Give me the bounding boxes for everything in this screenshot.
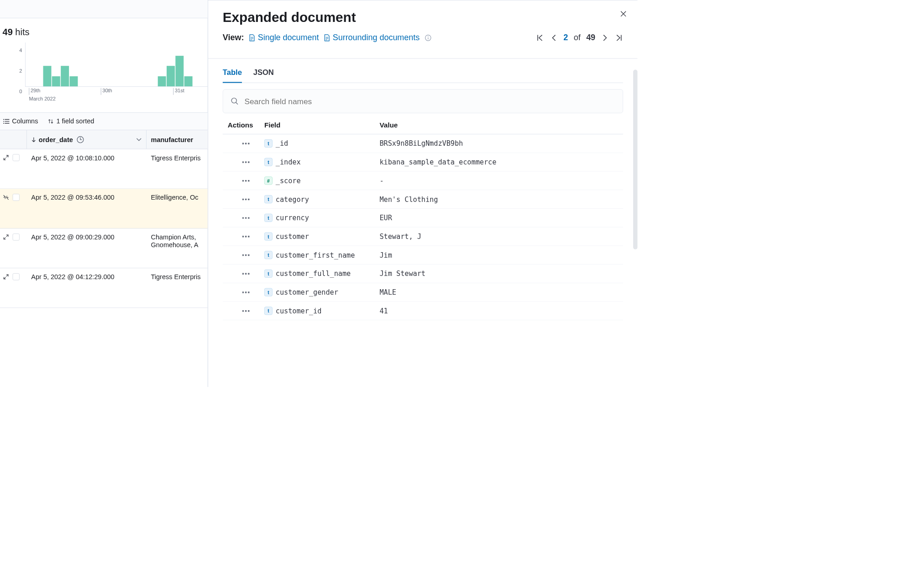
row-checkbox[interactable]	[13, 154, 20, 161]
doc-icon	[249, 34, 255, 42]
svg-rect-25	[245, 273, 247, 275]
cell-manufacturer: Champion Arts, Gnomehouse, A	[147, 228, 208, 268]
field-actions-button[interactable]	[228, 254, 264, 256]
field-actions-button[interactable]	[228, 217, 264, 219]
table-row[interactable]: Apr 5, 2022 @ 04:12:29.000 Tigress Enter…	[0, 268, 208, 308]
field-actions-button[interactable]	[228, 180, 264, 182]
svg-rect-18	[242, 236, 244, 237]
flyout-title: Expanded document	[223, 10, 623, 25]
sort-button[interactable]: 1 field sorted	[47, 117, 94, 125]
first-page-button[interactable]	[536, 33, 544, 42]
field-row: t customer_full_name Jim Stewart	[223, 265, 623, 283]
field-row: t customer Stewart, J	[223, 227, 623, 246]
info-icon[interactable]	[425, 34, 431, 41]
cell-manufacturer: Elitelligence, Oc	[147, 189, 208, 228]
expand-row-icon[interactable]	[3, 273, 10, 280]
grid-header-manufacturer[interactable]: manufacturer	[147, 130, 208, 149]
svg-rect-29	[248, 291, 249, 293]
svg-rect-16	[245, 217, 247, 218]
grid-body: Apr 5, 2022 @ 10:08:10.000 Tigress Enter…	[0, 149, 208, 308]
tab-table[interactable]: Table	[223, 68, 242, 83]
svg-point-2	[231, 98, 236, 103]
chart-bar[interactable]	[69, 76, 78, 86]
cell-manufacturer: Tigress Enterpris	[147, 149, 208, 188]
cell-order-date: Apr 5, 2022 @ 09:53:46.000	[27, 189, 147, 228]
svg-rect-19	[245, 236, 247, 237]
clock-icon	[77, 136, 84, 143]
of-label: of	[574, 33, 581, 42]
field-name: customer_full_name	[276, 270, 351, 277]
field-name: currency	[276, 214, 309, 222]
table-row[interactable]: Apr 5, 2022 @ 09:00:29.000 Champion Arts…	[0, 228, 208, 268]
grid-toolbar: Columns 1 field sorted	[0, 112, 208, 130]
field-actions-button[interactable]	[228, 142, 264, 145]
field-actions-button[interactable]	[228, 272, 264, 275]
table-row[interactable]: Apr 5, 2022 @ 09:53:46.000 Elitelligence…	[0, 189, 208, 228]
surrounding-documents-link[interactable]: Surrounding documents	[324, 33, 420, 42]
svg-rect-31	[245, 310, 247, 312]
chart-bar[interactable]	[61, 66, 69, 86]
svg-rect-24	[242, 273, 244, 275]
field-value: EUR	[379, 214, 618, 222]
field-value: MALE	[379, 288, 618, 296]
field-actions-button[interactable]	[228, 291, 264, 294]
chart-bar[interactable]	[167, 66, 175, 86]
svg-rect-21	[242, 254, 244, 256]
chart-bar[interactable]	[158, 76, 166, 86]
grid-header-order-date[interactable]: order_date	[27, 130, 147, 149]
field-actions-button[interactable]	[228, 235, 264, 238]
scrollbar[interactable]	[633, 69, 638, 249]
field-actions-button[interactable]	[228, 161, 264, 164]
field-type-badge: t	[264, 288, 273, 296]
svg-rect-13	[245, 199, 247, 200]
row-checkbox[interactable]	[13, 194, 20, 201]
cell-manufacturer: Tigress Enterpris	[147, 268, 208, 307]
expand-row-icon[interactable]	[3, 233, 10, 240]
field-type-badge: t	[264, 233, 273, 241]
svg-point-1	[428, 36, 429, 37]
chart-bar[interactable]	[175, 56, 184, 86]
table-row[interactable]: Apr 5, 2022 @ 10:08:10.000 Tigress Enter…	[0, 149, 208, 189]
field-row: t _id BRSx9n8BiLgNmdzVB9bh	[223, 134, 623, 153]
flyout-body: Table JSON Actions Field Value t _id BRS…	[208, 58, 637, 387]
svg-rect-5	[248, 143, 249, 144]
svg-rect-4	[245, 143, 247, 144]
expand-row-icon[interactable]	[3, 194, 10, 201]
field-row: t currency EUR	[223, 209, 623, 228]
field-search-input[interactable]	[244, 96, 615, 106]
field-name: _id	[276, 139, 288, 147]
field-actions-button[interactable]	[228, 198, 264, 201]
svg-rect-12	[242, 199, 244, 200]
chart-plot-area	[25, 42, 208, 87]
hits-count: 49	[3, 27, 13, 37]
field-actions-button[interactable]	[228, 310, 264, 312]
svg-rect-11	[248, 180, 249, 181]
histogram-chart[interactable]: 4 2 0 29th30th31st March 2022	[0, 40, 208, 113]
chart-bar[interactable]	[43, 66, 52, 86]
last-page-button[interactable]	[615, 33, 623, 42]
prev-page-button[interactable]	[550, 33, 558, 42]
field-type-badge: t	[264, 195, 273, 203]
chart-bar[interactable]	[52, 76, 60, 86]
next-page-button[interactable]	[601, 33, 609, 42]
svg-rect-32	[248, 310, 249, 312]
row-checkbox[interactable]	[13, 233, 20, 240]
columns-icon	[3, 118, 10, 124]
top-bar	[0, 0, 208, 18]
single-document-link[interactable]: Single document	[249, 33, 319, 42]
field-name: customer_gender	[276, 288, 338, 296]
tab-json[interactable]: JSON	[253, 68, 274, 83]
total-pages: 49	[586, 33, 595, 42]
field-value: Jim	[379, 251, 618, 259]
chevron-down-icon[interactable]	[136, 138, 142, 141]
expand-row-icon[interactable]	[3, 154, 10, 161]
svg-rect-10	[245, 180, 247, 181]
field-value: Men's Clothing	[379, 195, 618, 203]
field-search-box[interactable]	[223, 89, 623, 113]
row-checkbox[interactable]	[13, 273, 20, 280]
header-actions: Actions	[228, 122, 264, 130]
chart-bar[interactable]	[184, 76, 193, 86]
columns-button[interactable]: Columns	[3, 117, 38, 125]
chart-month-label: March 2022	[29, 96, 55, 101]
hits-label: hits	[15, 27, 29, 37]
